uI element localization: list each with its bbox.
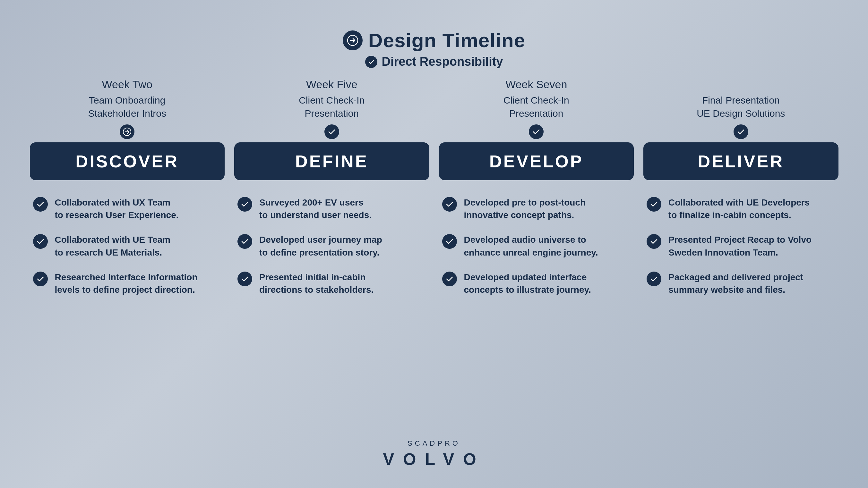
phase-titles-row: Team Onboarding Stakeholder Intros Clien… [27, 94, 842, 139]
item-check-icon [442, 271, 457, 286]
week-label-1: Week Five [234, 75, 429, 91]
phase-icon-1-check [324, 124, 339, 139]
page-subtitle: Direct Responsibility [343, 55, 525, 69]
item-row: Researched Interface Information levels … [33, 271, 222, 296]
page-header: Design Timeline Direct Responsibility [343, 29, 525, 69]
phase-box-deliver: DELIVER [643, 142, 838, 180]
phase-icon-0-arrow [120, 124, 134, 139]
item-check-icon [33, 197, 48, 212]
week-label-2: Week Seven [439, 75, 634, 91]
subtitle-check-icon [365, 56, 377, 68]
item-row: Developed audio universe to enhance unre… [442, 233, 631, 258]
page-title: Design Timeline [343, 29, 525, 52]
phase-boxes-row: DISCOVER DEFINE DEVELOP DELIVER [27, 142, 842, 180]
item-row: Collaborated with UX Team to research Us… [33, 196, 222, 221]
item-check-icon [33, 234, 48, 249]
item-check-icon [238, 271, 252, 286]
week-label-0: Week Two [30, 75, 225, 91]
items-column-1: Surveyed 200+ EV users to understand use… [234, 196, 429, 296]
week-label-3 [643, 75, 838, 91]
item-row: Packaged and delivered project summary w… [647, 271, 835, 296]
phase-icon-3-check [734, 124, 748, 139]
item-row: Developed pre to post-touch innovative c… [442, 196, 631, 221]
phase-title-3: Final Presentation UE Design Solutions [643, 94, 838, 139]
phase-title-2: Client Check-In Presentation [439, 94, 634, 139]
item-check-icon [442, 234, 457, 249]
item-check-icon [442, 197, 457, 212]
phase-box-develop: DEVELOP [439, 142, 634, 180]
item-check-icon [33, 271, 48, 286]
items-grid: Collaborated with UX Team to research Us… [27, 196, 842, 296]
footer-scadpro: SCADpro [383, 439, 485, 448]
item-check-icon [647, 197, 661, 212]
title-arrow-icon [343, 30, 363, 50]
item-row: Presented initial in-cabin directions to… [238, 271, 426, 296]
items-column-2: Developed pre to post-touch innovative c… [439, 196, 634, 296]
items-column-3: Collaborated with UE Developers to final… [643, 196, 838, 296]
item-check-icon [647, 271, 661, 286]
phase-icon-2-check [529, 124, 544, 139]
main-content: Week Two Week Five Week Seven Team Onboa… [27, 75, 842, 296]
item-row: Collaborated with UE Developers to final… [647, 196, 835, 221]
item-check-icon [647, 234, 661, 249]
phase-title-1: Client Check-In Presentation [234, 94, 429, 139]
item-row: Developed user journey map to define pre… [238, 233, 426, 258]
item-row: Developed updated interface concepts to … [442, 271, 631, 296]
item-check-icon [238, 197, 252, 212]
footer: SCADpro VOLVO [383, 439, 485, 469]
week-labels-row: Week Two Week Five Week Seven [27, 75, 842, 91]
items-column-0: Collaborated with UX Team to research Us… [30, 196, 225, 296]
item-check-icon [238, 234, 252, 249]
phase-box-define: DEFINE [234, 142, 429, 180]
item-row: Surveyed 200+ EV users to understand use… [238, 196, 426, 221]
item-row: Presented Project Recap to Volvo Sweden … [647, 233, 835, 258]
phase-title-0: Team Onboarding Stakeholder Intros [30, 94, 225, 139]
phase-box-discover: DISCOVER [30, 142, 225, 180]
item-row: Collaborated with UE Team to research UE… [33, 233, 222, 258]
footer-volvo: VOLVO [383, 450, 485, 469]
